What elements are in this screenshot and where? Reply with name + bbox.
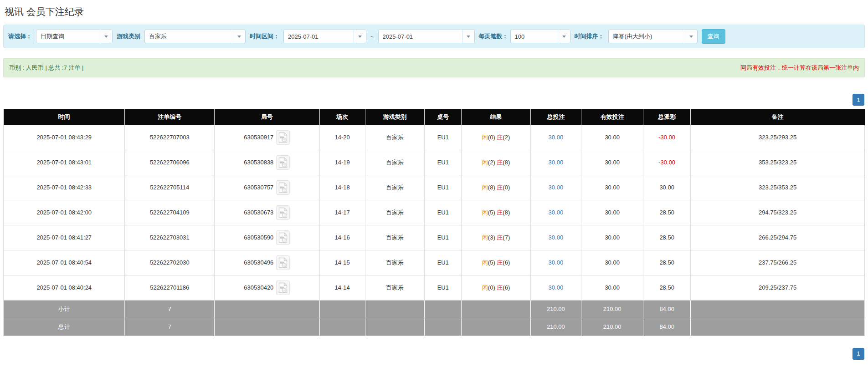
cell-session: 14-17 [319,200,365,225]
result-player-score: (0) [488,284,495,291]
cell-round-number: 630530420 [215,275,320,300]
result-player-label: 闲 [482,209,488,216]
video-replay-icon[interactable] [276,280,290,295]
search-button[interactable]: 查询 [702,29,725,44]
result-banker-label: 庄 [497,184,503,191]
caret-shape [358,36,362,38]
cell-total-bet: 30.00 [530,175,581,200]
page: 视讯 会员下注纪录 请选择： 游戏类别 时间区间： ~ 每页笔数 : 时间排序： [0,0,868,364]
page-size-input[interactable] [511,30,558,43]
total-bet-link[interactable]: 30.00 [549,234,564,241]
mode-input[interactable] [36,30,100,43]
video-replay-icon[interactable] [276,205,290,220]
chevron-down-icon[interactable] [685,30,697,43]
cell-payout: 28.50 [643,275,691,300]
cell-time: 2025-07-01 08:42:00 [4,200,125,225]
result-player-label: 闲 [482,284,488,291]
date-from-combobox [283,30,366,43]
summary-valid-bet: 210.00 [581,318,643,336]
mode-combobox [36,30,113,43]
cell-total-bet: 30.00 [530,150,581,175]
summary-count: 7 [125,318,215,336]
cell-valid-bet: 30.00 [581,275,643,300]
total-bet-link[interactable]: 30.00 [549,284,564,291]
result-banker-score: (0) [503,184,510,191]
cell-bet-number: 522622705114 [125,175,215,200]
cell-remark: 323.25/353.25 [691,175,865,200]
cell-session: 14-15 [319,250,365,275]
table-row: 2025-07-01 08:42:33 522622705114 6305307… [4,175,865,200]
info-bar: 币别 : 人民币 | 总共 :7 注单 | 同局有效投注，统一计算在该局第一张注… [3,58,865,77]
total-bet-link[interactable]: 30.00 [549,209,564,216]
currency-total-text: 币别 : 人民币 | 总共 :7 注单 | [9,64,84,72]
same-round-notice: 同局有效投注，统一计算在该局第一张注单内 [740,64,859,72]
cell-game-type: 百家乐 [365,125,424,150]
caret-shape [237,36,241,38]
video-replay-icon[interactable] [276,130,290,145]
cell-total-bet: 30.00 [530,225,581,250]
cell-result: 闲(5) 庄(6) [462,250,530,275]
cell-round-number: 630530757 [215,175,320,200]
cell-game-type: 百家乐 [365,150,424,175]
cell-remark: 323.25/293.25 [691,125,865,150]
table-row: 2025-07-01 08:40:24 522622701186 6305304… [4,275,865,300]
result-player-label: 闲 [482,159,488,166]
cell-table-number: EU1 [425,175,462,200]
page-1-button[interactable]: 1 [853,94,864,106]
result-banker-score: (7) [503,234,510,241]
table-row: 2025-07-01 08:40:54 522622702030 6305304… [4,250,865,275]
cell-payout: 28.50 [643,225,691,250]
cell-result: 闲(5) 庄(8) [462,200,530,225]
date-to-combobox [378,30,475,43]
bet-records-table: 时间注单编号局号场次游戏类别桌号结果总投注有效投注总派彩备注 2025-07-0… [3,109,865,336]
chevron-down-icon[interactable] [354,30,366,43]
table-header-row: 时间注单编号局号场次游戏类别桌号结果总投注有效投注总派彩备注 [4,109,865,125]
video-replay-icon[interactable] [276,230,290,245]
cell-game-type: 百家乐 [365,275,424,300]
cell-result: 闲(0) 庄(6) [462,275,530,300]
summary-total-bet: 210.00 [530,300,581,318]
table-row: 2025-07-01 08:43:01 522622706096 6305308… [4,150,865,175]
summary-valid-bet: 210.00 [581,300,643,318]
cell-total-bet: 30.00 [530,200,581,225]
summary-payout: 84.00 [643,300,691,318]
summary-empty [691,318,865,336]
page-1-button[interactable]: 1 [853,348,864,360]
cell-table-number: EU1 [425,150,462,175]
date-to-input[interactable] [379,30,462,43]
date-from-input[interactable] [284,30,354,43]
summary-empty [215,318,320,336]
video-replay-icon[interactable] [276,155,290,170]
result-player-label: 闲 [482,184,488,191]
result-player-score: (8) [488,184,495,191]
result-banker-label: 庄 [497,134,503,141]
cell-payout: 28.50 [643,200,691,225]
total-bet-link[interactable]: 30.00 [549,259,564,266]
page-size-label: 每页笔数 : [479,32,506,41]
summary-empty [365,300,424,318]
caret-shape [467,36,470,38]
summary-label: 总计 [4,318,125,336]
column-header: 有效投注 [581,109,643,125]
game-type-label: 游戏类别 [117,32,140,41]
total-bet-link[interactable]: 30.00 [549,184,564,191]
result-player-label: 闲 [482,259,488,266]
result-player-score: (0) [488,134,495,141]
caret-shape [562,36,566,38]
game-type-input[interactable] [145,30,233,43]
cell-payout: 28.50 [643,250,691,275]
video-replay-icon[interactable] [276,255,290,270]
chevron-down-icon[interactable] [462,30,474,43]
chevron-down-icon[interactable] [233,30,245,43]
total-bet-link[interactable]: 30.00 [549,159,564,166]
sort-input[interactable] [609,30,685,43]
cell-payout: -30.00 [643,125,691,150]
summary-empty [425,300,462,318]
cell-round-number: 630530838 [215,150,320,175]
chevron-down-icon[interactable] [100,30,112,43]
video-replay-icon[interactable] [276,180,290,195]
total-bet-link[interactable]: 30.00 [549,134,564,141]
cell-session: 14-20 [319,125,365,150]
chevron-down-icon[interactable] [558,30,570,43]
cell-round-number: 630530590 [215,225,320,250]
